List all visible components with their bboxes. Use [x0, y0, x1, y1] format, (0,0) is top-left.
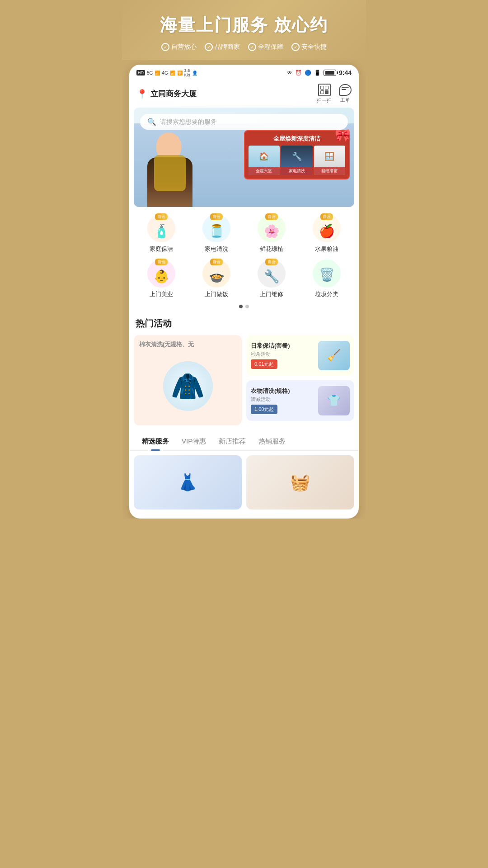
tab-featured[interactable]: 精选服务 [136, 433, 175, 450]
bottom-card-1[interactable]: 👗 [134, 455, 242, 509]
self-op-badge-5: 自营 [155, 259, 168, 265]
check-icon-3: ✓ [248, 43, 256, 51]
service-item-repair[interactable]: 自营 🔧 上门维修 [244, 259, 299, 298]
location-pin-icon: 📍 [136, 89, 148, 99]
service-label-beauty: 上门美业 [150, 290, 173, 298]
large-card-title: 棉衣清洗(无规格、无 [139, 340, 236, 349]
service-label-fruit: 水果粮油 [315, 245, 338, 253]
search-bar[interactable]: 🔍 请搜索您想要的服务 [140, 114, 348, 130]
bottom-card-2[interactable]: 🧺 [246, 455, 354, 509]
check-icon-2: ✓ [205, 43, 213, 51]
tab-new-store[interactable]: 新店推荐 [212, 433, 252, 450]
bottom-card-inner-2: 🧺 [246, 455, 354, 509]
service-label-appliance: 家电清洗 [205, 245, 228, 253]
phone-frame: HD 5G 📶 4G 📶 🛜 3.6K/s 👤 👁 ⏰ 🔵 📱 9:44 📍 立… [129, 65, 359, 519]
nav-actions: 扫一扫 工单 [317, 84, 352, 104]
eye-icon: 👁 [287, 70, 292, 76]
wifi-icon: 🛜 [177, 71, 183, 75]
status-right: 👁 ⏰ 🔵 📱 9:44 [287, 69, 352, 76]
service-icon-beauty: 自营 👶 [147, 259, 175, 288]
promo-label-2: 家电清洗 [281, 167, 312, 175]
promo-img-3: 🪟 精细搂窗 [314, 146, 345, 175]
self-op-badge-4: 自营 [320, 213, 333, 220]
promo-label-1: 全屋六区 [249, 167, 280, 175]
banner-image-area: 🔍 请搜索您想要的服务 全屋焕新深度清洁 🏠 全屋六区 [134, 108, 354, 207]
service-icon-trash: 🗑️ [313, 259, 341, 288]
signal-bars-2: 📶 [170, 71, 175, 75]
service-item-clean[interactable]: 自营 🧴 家庭保洁 [134, 214, 189, 253]
right-thumb-1: 🧹 [318, 341, 350, 370]
page-dots [129, 302, 359, 314]
work-order-label: 工单 [340, 97, 350, 104]
top-banner: 海量上门服务 放心约 ✓ 自营放心 ✓ 品牌商家 ✓ 全程保障 ✓ 安全快捷 [122, 0, 366, 60]
service-label-cooking: 上门做饭 [205, 290, 228, 298]
right-info-1: 日常保洁(套餐) 秒杀活动 0.01元起 [251, 342, 314, 369]
check-icon-1: ✓ [161, 43, 169, 51]
sub-features: ✓ 自营放心 ✓ 品牌商家 ✓ 全程保障 ✓ 安全快捷 [131, 43, 357, 51]
scan-action[interactable]: 扫一扫 [317, 84, 332, 104]
chat-icon [339, 84, 352, 96]
dot-1 [239, 305, 243, 308]
self-op-badge-1: 自营 [155, 213, 168, 220]
activity-card-right-1[interactable]: 日常保洁(套餐) 秒杀活动 0.01元起 🧹 [246, 335, 354, 376]
service-item-flower[interactable]: 自营 🌸 鲜花绿植 [244, 214, 299, 253]
person-area [134, 123, 249, 207]
large-card-image: 🧥 [139, 352, 236, 420]
feature-4: ✓ 安全快捷 [291, 43, 327, 51]
self-op-badge-6: 自营 [210, 259, 223, 265]
tab-vip[interactable]: VIP特惠 [175, 433, 212, 450]
service-label-flower: 鲜花绿植 [260, 245, 283, 253]
bottom-card-inner-1: 👗 [134, 455, 242, 509]
right-title-1: 日常保洁(套餐) [251, 342, 314, 350]
service-icon-appliance: 自营 🫙 [202, 214, 230, 242]
service-item-trash[interactable]: 🗑️ 垃圾分类 [299, 259, 354, 298]
activity-cards-right: 日常保洁(套餐) 秒杀活动 0.01元起 🧹 衣物清洗(规格) 满减活动 1.0… [246, 335, 354, 425]
signal-4g: 4G [162, 71, 168, 75]
service-item-cooking[interactable]: 自营 🍲 上门做饭 [189, 259, 244, 298]
phone-icon: 📱 [314, 70, 321, 76]
self-op-badge-7: 自营 [265, 259, 278, 265]
service-icon-cooking: 自营 🍲 [202, 259, 230, 288]
activities-grid: 棉衣清洗(无规格、无 🧥 日常保洁(套餐) 秒杀活动 0.01元起 🧹 衣物清洗… [129, 335, 359, 433]
service-label-clean: 家庭保洁 [150, 245, 173, 253]
activity-card-right-2[interactable]: 衣物清洗(规格) 满减活动 1.00元起 👕 [246, 380, 354, 421]
dot-2 [245, 305, 249, 308]
promo-img-1: 🏠 全屋六区 [249, 146, 280, 175]
right-price-2: 1.00元起 [251, 405, 277, 414]
feature-label-2: 品牌商家 [215, 43, 240, 51]
promo-title: 全屋焕新深度清洁 [249, 135, 345, 143]
user-icon: 👤 [192, 71, 197, 75]
feature-label-4: 安全快捷 [301, 43, 327, 51]
tab-hot-sales[interactable]: 热销服务 [252, 433, 292, 450]
service-label-trash: 垃圾分类 [315, 290, 338, 298]
feature-2: ✓ 品牌商家 [205, 43, 240, 51]
feature-label-3: 全程保障 [258, 43, 283, 51]
location-name: 立同商务大厦 [150, 89, 197, 99]
service-icon-repair: 自营 🔧 [258, 259, 286, 288]
activity-card-large[interactable]: 棉衣清洗(无规格、无 🧥 [134, 335, 242, 425]
self-op-badge-3: 自营 [265, 213, 278, 220]
speed: 3.6K/s [184, 68, 190, 77]
service-item-appliance[interactable]: 自营 🫙 家电清洗 [189, 214, 244, 253]
hot-activities-title: 热门活动 [129, 314, 359, 335]
location-area[interactable]: 📍 立同商务大厦 [136, 89, 197, 99]
check-icon-4: ✓ [291, 43, 300, 51]
hd-label: HD [136, 70, 145, 75]
service-grid: 自营 🧴 家庭保洁 自营 🫙 家电清洗 自营 🌸 鲜花绿植 自营 🍎 水果 [129, 207, 359, 302]
service-icon-flower: 自营 🌸 [258, 214, 286, 242]
promo-img-2: 🔧 家电清洗 [281, 146, 312, 175]
work-order-action[interactable]: 工单 [339, 84, 352, 104]
nav-bar: 📍 立同商务大厦 扫一扫 工单 [129, 79, 359, 108]
feature-label-1: 自营放心 [171, 43, 197, 51]
service-item-fruit[interactable]: 自营 🍎 水果粮油 [299, 214, 354, 253]
signal-5g: 5G [147, 71, 153, 75]
scan-label: 扫一扫 [317, 97, 332, 104]
banner-promo-card[interactable]: 全屋焕新深度清洁 🏠 全屋六区 🔧 家电清洗 🪟 精细搂窗 [244, 130, 350, 179]
service-item-beauty[interactable]: 自营 👶 上门美业 [134, 259, 189, 298]
feature-1: ✓ 自营放心 [161, 43, 197, 51]
service-label-repair: 上门维修 [260, 290, 283, 298]
right-sub-1: 秒杀活动 [251, 351, 314, 358]
signal-bars: 📶 [155, 71, 160, 75]
status-bar: HD 5G 📶 4G 📶 🛜 3.6K/s 👤 👁 ⏰ 🔵 📱 9:44 [129, 65, 359, 79]
time-display: 9:44 [339, 69, 352, 76]
